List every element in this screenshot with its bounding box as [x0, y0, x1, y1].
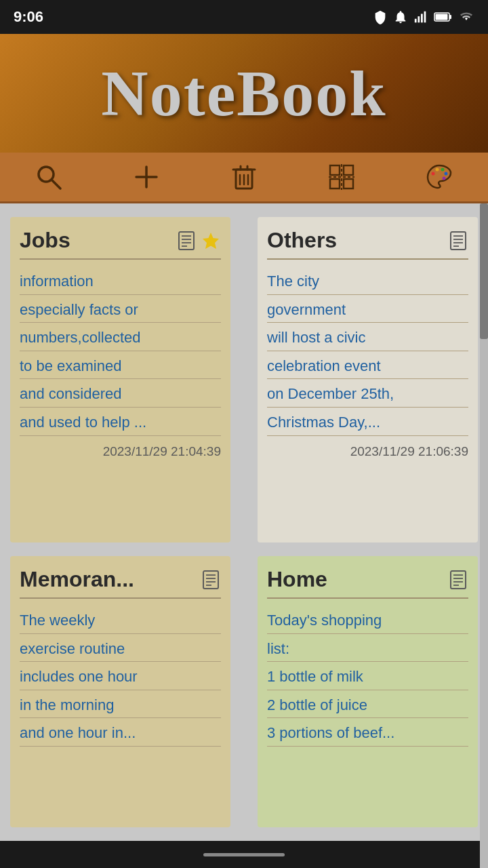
svg-rect-0 — [415, 19, 417, 23]
add-button[interactable] — [126, 157, 167, 197]
card-header-home: Home — [267, 567, 468, 599]
search-icon — [35, 163, 63, 191]
card-line-jobs-5: and used to help ... — [20, 409, 221, 436]
svg-point-7 — [39, 167, 54, 182]
svg-rect-19 — [344, 165, 353, 175]
app-title: NoteBook — [101, 56, 386, 131]
card-icons-jobs — [176, 231, 221, 251]
trash-icon — [232, 163, 256, 191]
card-lines-memoran: The weekly exercise routine includes one… — [20, 607, 221, 747]
wifi-icon — [458, 11, 474, 23]
svg-line-8 — [52, 180, 60, 189]
note-card-memoran[interactable]: Memoran... The weekly exercise routine i… — [10, 556, 230, 827]
card-line-jobs-2: numbers,collected — [20, 324, 221, 351]
svg-rect-45 — [451, 571, 466, 589]
time-display: 9:06 — [14, 8, 43, 26]
main-toolbar — [0, 153, 488, 203]
notepad-icon-jobs — [176, 231, 197, 251]
card-header-jobs: Jobs — [20, 228, 221, 260]
search-button[interactable] — [28, 157, 69, 197]
card-line-memoran-3: in the morning — [20, 692, 221, 719]
card-lines-home: Today's shopping list: 1 bottle of milk … — [267, 607, 468, 747]
svg-rect-35 — [451, 232, 466, 250]
svg-rect-40 — [203, 571, 218, 589]
card-timestamp-others: 2023/11/29 21:06:39 — [267, 444, 468, 459]
card-line-home-3: 2 bottle of juice — [267, 692, 468, 719]
add-icon — [134, 164, 159, 190]
card-line-memoran-2: includes one hour — [20, 663, 221, 690]
shield-icon — [373, 9, 388, 24]
card-line-home-0: Today's shopping — [267, 607, 468, 634]
notepad-icon-others — [448, 231, 468, 251]
card-title-home: Home — [267, 567, 327, 592]
palette-icon — [425, 163, 453, 191]
scrollbar-thumb[interactable] — [480, 203, 488, 339]
card-line-memoran-1: exercise routine — [20, 635, 221, 663]
main-wrapper: Jobs information especially fa — [0, 203, 488, 868]
card-title-others: Others — [267, 228, 337, 253]
card-line-home-4: 3 portions of beef... — [267, 719, 468, 747]
card-line-jobs-4: and considered — [20, 380, 221, 408]
card-title-jobs: Jobs — [20, 228, 70, 253]
svg-rect-5 — [436, 14, 448, 20]
signal-icon — [413, 9, 428, 24]
card-line-others-4: on December 25th, — [267, 380, 468, 408]
svg-marker-34 — [203, 233, 219, 249]
card-line-memoran-4: and one hour in... — [20, 719, 221, 747]
svg-rect-18 — [330, 165, 340, 175]
svg-point-27 — [445, 172, 448, 176]
status-icons-area — [373, 9, 474, 24]
card-line-others-0: The city — [267, 268, 468, 295]
card-lines-jobs: information especially facts or numbers,… — [20, 268, 221, 436]
battery-icon — [434, 11, 453, 23]
status-bar: 9:06 — [0, 0, 488, 34]
notepad-icon-memoran — [201, 570, 221, 590]
note-card-jobs[interactable]: Jobs information especially fa — [10, 217, 230, 542]
card-line-jobs-0: information — [20, 268, 221, 295]
card-line-others-2: will host a civic — [267, 324, 468, 351]
notepad-icon-home — [448, 570, 468, 590]
card-line-jobs-1: especially facts or — [20, 296, 221, 323]
note-card-home[interactable]: Home Today's shopping list: 1 bottle of … — [258, 556, 478, 827]
card-header-memoran: Memoran... — [20, 567, 221, 599]
card-line-home-1: list: — [267, 635, 468, 663]
card-lines-others: The city government will host a civic ce… — [267, 268, 468, 436]
svg-rect-21 — [344, 179, 353, 189]
palette-button[interactable] — [419, 157, 460, 197]
svg-point-25 — [436, 168, 439, 172]
svg-point-24 — [432, 172, 435, 176]
note-card-others[interactable]: Others The city government will host a c… — [258, 217, 478, 542]
card-line-jobs-3: to be examined — [20, 353, 221, 380]
svg-rect-3 — [424, 12, 426, 23]
grid-icon — [327, 163, 356, 191]
card-icons-memoran — [201, 570, 221, 590]
svg-rect-1 — [418, 16, 420, 22]
svg-rect-29 — [179, 232, 194, 250]
svg-point-28 — [443, 177, 446, 180]
card-timestamp-jobs: 2023/11/29 21:04:39 — [20, 444, 221, 459]
svg-rect-20 — [330, 179, 340, 189]
delete-button[interactable] — [224, 157, 264, 197]
card-line-memoran-0: The weekly — [20, 607, 221, 634]
grid-button[interactable] — [321, 157, 362, 197]
card-icons-others — [448, 231, 468, 251]
card-line-others-1: government — [267, 296, 468, 323]
svg-rect-2 — [421, 14, 423, 22]
home-indicator-bar — [0, 841, 488, 868]
notes-grid: Jobs information especially fa — [0, 203, 488, 841]
notification-icon — [393, 9, 408, 24]
svg-point-26 — [441, 168, 445, 172]
svg-rect-6 — [449, 15, 451, 19]
home-indicator — [203, 853, 285, 856]
card-header-others: Others — [267, 228, 468, 260]
card-icons-home — [448, 570, 468, 590]
status-time-area: 9:06 — [14, 8, 43, 26]
star-icon-jobs — [201, 231, 221, 251]
card-line-others-5: Christmas Day,... — [267, 409, 468, 436]
card-title-memoran: Memoran... — [20, 567, 134, 592]
scrollbar-track[interactable] — [480, 203, 488, 868]
app-header: NoteBook — [0, 34, 488, 153]
card-line-home-2: 1 bottle of milk — [267, 663, 468, 690]
card-line-others-3: celebration event — [267, 353, 468, 380]
